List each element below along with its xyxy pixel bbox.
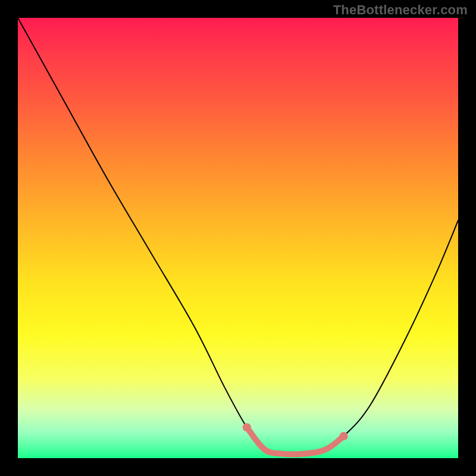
bottleneck-curve-path — [18, 18, 458, 455]
highlight-marker — [340, 432, 348, 440]
chart-svg — [18, 18, 458, 458]
chart-frame: TheBottlenecker.com — [0, 0, 476, 476]
highlight-marker — [243, 423, 251, 431]
watermark-text: TheBottlenecker.com — [333, 2, 468, 18]
highlight-markers — [243, 423, 348, 440]
highlight-segment-path — [247, 427, 344, 454]
plot-area — [18, 18, 458, 458]
